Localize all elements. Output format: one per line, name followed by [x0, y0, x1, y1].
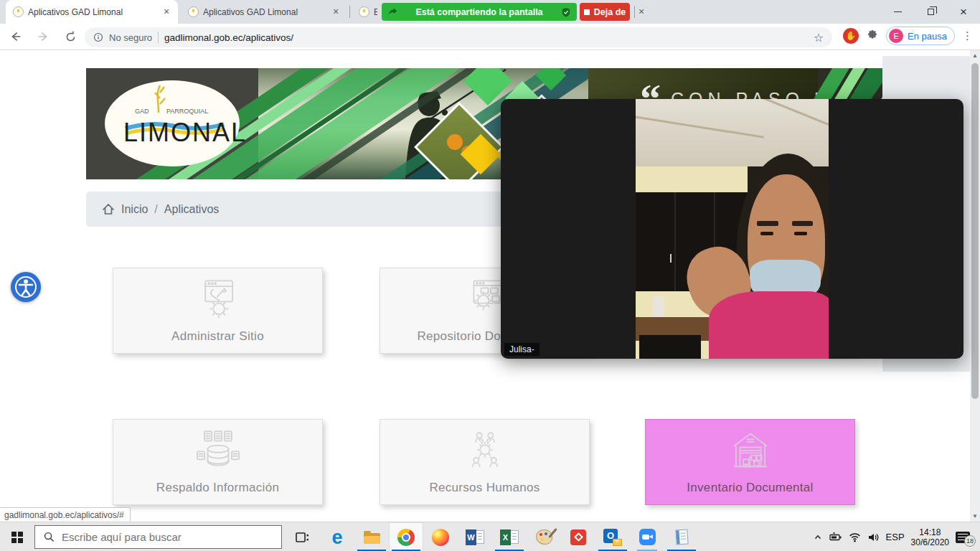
browser-menu-icon[interactable]: ⋮: [962, 29, 973, 42]
tray-chevron-icon[interactable]: [813, 532, 823, 542]
address-separator: [158, 32, 159, 43]
app-card-label: Recursos Humanos: [429, 481, 540, 495]
app-card-recursos-humanos[interactable]: Recursos Humanos: [380, 419, 590, 505]
database-backup-icon: [192, 430, 245, 471]
participant-name-label: Julisa-: [504, 343, 540, 356]
scroll-down-arrow[interactable]: ▼: [970, 511, 980, 522]
zoom-video-window[interactable]: Julisa-: [501, 99, 963, 359]
battery-icon[interactable]: [829, 532, 842, 543]
tab-divider: [634, 6, 635, 18]
tab-close-icon[interactable]: ×: [161, 6, 172, 18]
participant-video: [636, 99, 829, 359]
adblock-extension-icon[interactable]: ✋: [843, 28, 859, 44]
scrollbar-thumb[interactable]: [971, 63, 979, 399]
extensions-puzzle-icon[interactable]: [866, 29, 879, 42]
forward-arrow-icon: [37, 30, 50, 43]
bookmark-star-icon[interactable]: ☆: [814, 31, 824, 44]
profile-chip[interactable]: E En pausa: [886, 27, 955, 45]
site-tools-icon: [192, 278, 245, 320]
video-laptop: [639, 335, 701, 359]
window-controls: ×: [881, 0, 980, 24]
windows-taskbar: e W X: [0, 522, 980, 551]
app-card-inventario-documental[interactable]: Inventario Documental: [645, 419, 855, 505]
page-viewport: “ CON PASO FIRME: [0, 50, 980, 522]
browser-tab-strip: Aplicativos GAD Limonal × Aplicativos GA…: [0, 0, 980, 24]
back-arrow-icon: [9, 30, 22, 43]
sharing-status-text: Está compartiendo la pantalla: [403, 7, 555, 17]
taskbar-outlook-icon[interactable]: O: [595, 522, 630, 551]
url-text[interactable]: gadlimonal.gob.ec/aplicativos/: [164, 32, 808, 43]
screen: Aplicativos GAD Limonal × Aplicativos GA…: [0, 0, 980, 551]
app-card-label: Respaldo Información: [156, 481, 279, 495]
search-icon: [44, 532, 55, 542]
taskbar-search-box[interactable]: [34, 525, 282, 549]
restore-button[interactable]: [914, 0, 947, 24]
close-icon: ×: [960, 6, 967, 18]
tab-title: Aplicativos GAD Limonal: [28, 7, 156, 17]
app-card-administrar-sitio[interactable]: Administrar Sitio: [113, 268, 323, 354]
app-card-respaldo-informacion[interactable]: Respaldo Información: [113, 419, 323, 505]
taskbar-excel-icon[interactable]: X: [492, 522, 527, 551]
reload-button[interactable]: [59, 25, 82, 48]
taskbar-firefox-icon[interactable]: [423, 522, 458, 551]
page-scrollbar[interactable]: ▲ ▼: [970, 50, 980, 522]
screen-sharing-banner: Está compartiendo la pantalla: [382, 3, 577, 21]
extensions-area: ✋ E En pausa ⋮: [843, 27, 973, 45]
taskbar-zoom-icon[interactable]: [630, 522, 664, 551]
start-button[interactable]: [0, 522, 34, 551]
minimize-icon: [894, 11, 902, 13]
taskbar-file-explorer-icon[interactable]: [354, 522, 389, 551]
logo-gad: GAD: [135, 108, 149, 115]
stop-sharing-button[interactable]: Deja de: [580, 3, 630, 21]
restore-icon: [928, 9, 934, 15]
taskbar-paint-icon[interactable]: [527, 522, 561, 551]
taskbar-word-icon[interactable]: W: [458, 522, 492, 551]
task-view-button[interactable]: [286, 522, 319, 551]
site-favicon: [359, 6, 369, 17]
tab-aplicativos-2[interactable]: Aplicativos GAD Limonal ×: [181, 0, 347, 24]
search-input[interactable]: [62, 531, 263, 543]
status-link-bubble: gadlimonal.gob.ec/aplicativos/#: [0, 507, 131, 522]
share-arrow-icon: [387, 7, 397, 17]
reload-icon: [65, 31, 77, 43]
back-button[interactable]: [4, 25, 27, 48]
site-favicon: [13, 6, 24, 17]
forward-button[interactable]: [32, 25, 55, 48]
taskbar-notepad-icon[interactable]: [664, 522, 699, 551]
home-icon: [102, 203, 115, 216]
clock-time: 14:18: [919, 527, 941, 537]
breadcrumb-home-link[interactable]: Inicio: [121, 203, 148, 216]
app-card-label: Inventario Documental: [687, 481, 813, 495]
logo-name: LIMONAL: [123, 118, 247, 147]
taskbar-red-diamond-app-icon[interactable]: [561, 522, 595, 551]
tab-title: E: [374, 7, 377, 17]
language-indicator[interactable]: ESP: [886, 532, 905, 542]
info-icon: [93, 32, 103, 42]
scroll-up-arrow[interactable]: ▲: [970, 50, 980, 61]
clock-date: 30/6/2020: [911, 537, 949, 547]
breadcrumb-separator: /: [154, 203, 157, 216]
accessibility-widget-button[interactable]: [11, 272, 41, 302]
close-button[interactable]: ×: [947, 0, 980, 24]
action-center-button[interactable]: 18: [956, 532, 970, 543]
tab-close-icon[interactable]: ×: [330, 6, 341, 18]
taskbar-edge-icon[interactable]: e: [320, 522, 354, 551]
tab-divider: [349, 6, 350, 18]
minimize-button[interactable]: [881, 0, 914, 24]
avatar: E: [889, 29, 903, 43]
taskbar-chrome-icon[interactable]: [389, 522, 423, 551]
windows-logo-icon: [11, 532, 23, 543]
wifi-icon[interactable]: [849, 532, 861, 542]
tab-title: Aplicativos GAD Limonal: [203, 7, 326, 17]
tab-aplicativos-1[interactable]: Aplicativos GAD Limonal ×: [6, 0, 178, 24]
taskbar-clock[interactable]: 14:18 30/6/2020: [911, 527, 949, 547]
app-card-label: Administrar Sitio: [171, 329, 264, 344]
browser-toolbar: No seguro gadlimonal.gob.ec/aplicativos/…: [0, 24, 980, 50]
human-resources-icon: [458, 430, 512, 471]
volume-icon[interactable]: [867, 532, 880, 543]
task-view-icon: [295, 530, 309, 545]
security-label[interactable]: No seguro: [109, 32, 152, 43]
sync-status-label: En pausa: [908, 31, 947, 42]
tab-close-icon[interactable]: ×: [639, 6, 644, 17]
address-bar[interactable]: No seguro gadlimonal.gob.ec/aplicativos/…: [85, 27, 832, 47]
